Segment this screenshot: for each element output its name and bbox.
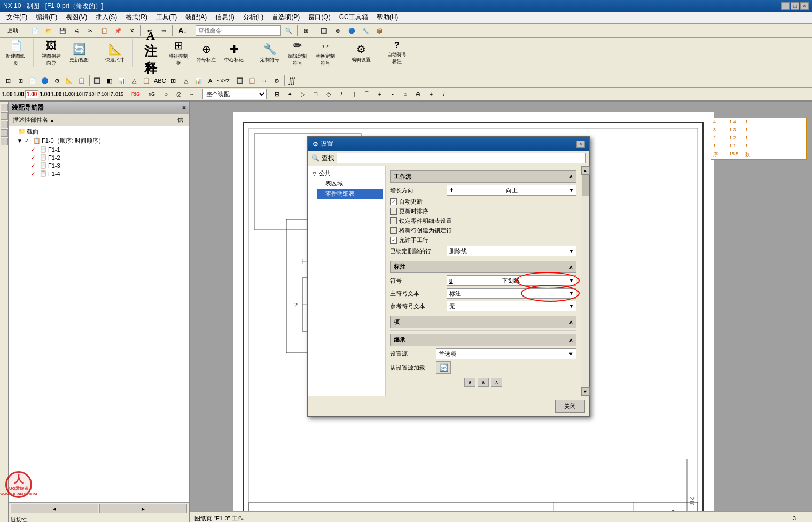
assembly-combo[interactable]: 整个装配 — [202, 89, 267, 99]
feature-ctrl-btn[interactable]: ⊞ 特征控制框 — [165, 39, 192, 67]
select-btn[interactable]: ✦ — [284, 88, 296, 100]
snap-btn[interactable]: ⊞ — [271, 88, 283, 100]
si-20[interactable]: ⚙ — [271, 75, 283, 87]
dtree-table-area[interactable]: 表区域 — [317, 178, 383, 189]
load-btn[interactable]: 🔄 — [436, 361, 451, 374]
rect-btn[interactable]: □ — [310, 88, 322, 100]
menu-file[interactable]: 文件(F) — [2, 12, 32, 23]
dialog-close-btn[interactable]: × — [576, 141, 585, 148]
menu-analysis[interactable]: 分析(L) — [239, 12, 268, 23]
si-3[interactable]: 📄 — [27, 75, 38, 87]
auto-update-checkbox[interactable] — [390, 198, 397, 205]
si-4[interactable]: 🔵 — [39, 75, 51, 87]
si-5[interactable]: ⚙ — [51, 75, 63, 87]
edit-custom-btn[interactable]: ✏ 编辑定制符号 — [284, 39, 311, 67]
side-tab-2[interactable] — [1, 112, 8, 120]
line-btn[interactable]: / — [335, 88, 347, 100]
ref-symbol-text-combo[interactable]: 无 ▼ — [447, 301, 576, 311]
nav-up-btn-3[interactable]: ∧ — [491, 378, 502, 387]
side-tab-1[interactable] — [1, 104, 8, 111]
symbol-annot-btn[interactable]: ⊕ 符号标注 — [193, 39, 220, 67]
edit-settings-btn[interactable]: ⚙ 编辑设置 — [348, 39, 374, 67]
menu-assembly[interactable]: 装配(A) — [181, 12, 211, 23]
nav-up-btn-2[interactable]: ∧ — [478, 378, 489, 387]
open-btn[interactable]: 📂 — [42, 25, 55, 36]
cut-btn[interactable]: ✂ — [84, 25, 97, 36]
new-btn[interactable]: 📄 — [28, 25, 41, 36]
new-row-locked-checkbox[interactable] — [390, 227, 397, 234]
rig-icon[interactable]: RIG — [128, 88, 143, 100]
growth-dir-combo[interactable]: ⬆ 向上 ▼ — [447, 185, 576, 196]
close-dialog-btn[interactable]: 关闭 — [555, 400, 585, 413]
tree-item-f11[interactable]: ✓ 📋 F1-1 — [22, 145, 188, 153]
riG-icon[interactable]: riG — [144, 88, 159, 100]
menu-help[interactable]: 帮助(H) — [372, 12, 403, 23]
side-tab-4[interactable] — [1, 129, 8, 137]
start-btn[interactable]: 启动 — [2, 25, 24, 36]
tree-item-f10[interactable]: ▼ ✓ 📋 F1-0（顺序: 时间顺序） — [16, 136, 188, 145]
annotation-btn[interactable]: A 注释 — [137, 39, 164, 67]
allow-manual-checkbox[interactable] — [390, 237, 397, 244]
menu-insert[interactable]: 插入(S) — [91, 12, 121, 23]
view-wizard-btn[interactable]: 🖼 视图创建向导 — [38, 39, 65, 67]
circle-icon[interactable]: ○ — [160, 88, 172, 100]
handle-btn[interactable]: + — [425, 88, 437, 100]
menu-tools[interactable]: 工具(T) — [152, 12, 181, 23]
sort-on-update-checkbox[interactable] — [390, 208, 397, 215]
save-btn[interactable]: 💾 — [56, 25, 69, 36]
curve-btn[interactable]: ∫ — [348, 88, 360, 100]
slash-btn[interactable]: / — [438, 88, 450, 100]
source-combo[interactable]: 首选项 ▼ — [436, 348, 576, 359]
settings-dialog[interactable]: ⚙ 设置 × 🔍 查找 ▽ 公共 表区域 — [307, 136, 590, 417]
scroll-thumb[interactable] — [582, 175, 589, 196]
si-11[interactable]: △ — [128, 75, 140, 87]
search-input[interactable] — [196, 25, 281, 36]
lasso-btn[interactable]: ◇ — [323, 88, 334, 100]
si-13[interactable]: ⊞ — [168, 75, 179, 87]
menu-preferences[interactable]: 首选项(P) — [268, 12, 304, 23]
view-btn5[interactable]: 📦 — [373, 25, 386, 36]
print-btn[interactable]: 🖨 — [70, 25, 83, 36]
minimize-btn[interactable]: _ — [781, 2, 790, 10]
font-btn[interactable]: A↓ — [175, 25, 191, 36]
move-btn[interactable]: ▷ — [297, 88, 309, 100]
custom-symbol-btn[interactable]: 🔧 定制符号 — [256, 39, 283, 67]
inherit-section-header[interactable]: 继承 ∧ — [390, 334, 576, 346]
nav-up-btn-1[interactable]: ∧ — [464, 378, 475, 387]
menu-edit[interactable]: 编辑(E) — [32, 12, 61, 23]
view-btn2[interactable]: ⊕ — [331, 25, 344, 36]
si-7[interactable]: 📋 — [76, 75, 88, 87]
auto-symbol-btn[interactable]: ? 自动符号标注 — [384, 39, 410, 67]
replace-custom-btn[interactable]: ↔ 替换定制符号 — [312, 39, 339, 67]
tree-item-section[interactable]: 📁 截面 — [10, 127, 188, 136]
lock-settings-checkbox[interactable] — [390, 217, 397, 224]
view-btn1[interactable]: 🔲 — [317, 25, 330, 36]
maximize-btn[interactable]: □ — [791, 2, 799, 10]
scroll-up-arrow[interactable]: ▲ — [581, 166, 590, 175]
si-14[interactable]: △ — [180, 75, 192, 87]
arc-btn[interactable]: ⌒ — [361, 88, 373, 100]
tree-item-f14[interactable]: ✓ 📋 F1-4 — [22, 169, 188, 177]
redo-btn[interactable]: ↪ — [157, 25, 170, 36]
crosshair-btn[interactable]: ⊕ — [412, 88, 424, 100]
locked-deleted-combo[interactable]: 删除线 ▼ — [447, 246, 576, 256]
si-9[interactable]: ◧ — [104, 75, 115, 87]
tree-item-f12[interactable]: ✓ 📋 F1-2 — [22, 153, 188, 161]
si-12[interactable]: 📋 — [140, 75, 152, 87]
menu-window[interactable]: 窗口(Q) — [304, 12, 334, 23]
si-18[interactable]: 📋 — [246, 75, 258, 87]
si-19[interactable]: ↔ — [259, 75, 270, 87]
si-8[interactable]: 🔲 — [91, 75, 103, 87]
workflow-section-header[interactable]: 工作流 ∧ — [390, 170, 576, 183]
close-btn[interactable]: × — [800, 2, 809, 10]
tree-item-f13[interactable]: ✓ 📋 F1-3 — [22, 161, 188, 169]
panel-close-btn[interactable]: × — [182, 104, 186, 112]
center-mark-btn[interactable]: ✚ 中心标记 — [221, 39, 247, 67]
symbol-combo[interactable]: u 下划线 ▼ — [447, 275, 576, 286]
target-icon[interactable]: ◎ — [173, 88, 185, 100]
si-6[interactable]: 📐 — [64, 75, 75, 87]
update-view-btn[interactable]: 🔄 更新视图 — [66, 39, 92, 67]
plus-btn[interactable]: + — [374, 88, 386, 100]
circ2-btn[interactable]: ○ — [400, 88, 411, 100]
si-17[interactable]: 🔲 — [234, 75, 246, 87]
